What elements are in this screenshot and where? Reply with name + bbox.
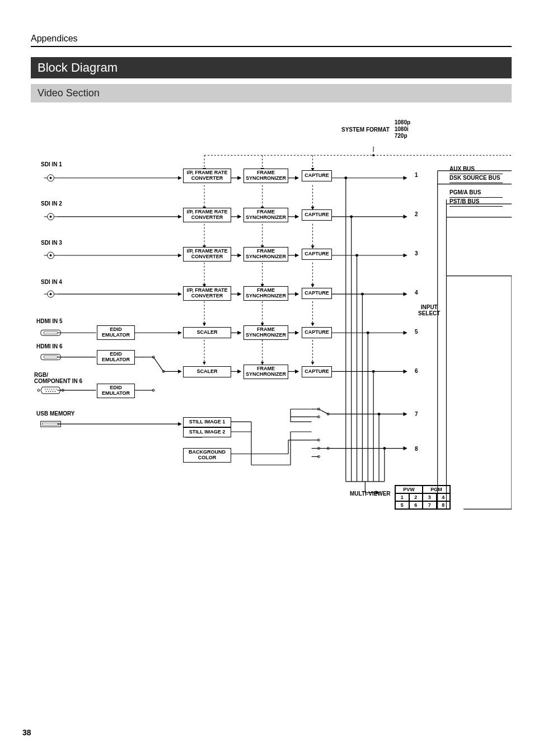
label-sdi-in-1: SDI IN 1	[41, 161, 62, 167]
block-text: COLOR	[198, 455, 217, 461]
svg-point-132	[50, 293, 52, 295]
block-text: EMULATOR	[102, 333, 130, 338]
svg-point-141	[45, 389, 46, 390]
label-hdmi-in-5: HDMI IN 5	[36, 318, 63, 324]
svg-point-142	[47, 389, 48, 390]
mv-cell: 2	[409, 493, 423, 501]
block-text: SCALER	[196, 330, 217, 335]
label-sdi-in-2: SDI IN 2	[41, 200, 62, 207]
block-scaler-6: SCALER	[183, 366, 231, 377]
section-title: Video Section	[31, 84, 512, 102]
label-sdi-in-4: SDI IN 4	[41, 279, 62, 285]
block-sync-3: FRAME SYNCHRONIZER	[243, 247, 288, 262]
label-rgb: RGB/	[34, 372, 48, 378]
block-text: SYNCHRONIZER	[246, 176, 286, 181]
label-dsk-bus: DSK SOURCE BUS	[449, 174, 503, 183]
output-num-1: 1	[415, 172, 418, 178]
block-text: CONVERTER	[191, 215, 223, 221]
block-text: SYNCHRONIZER	[246, 333, 286, 338]
block-sync-4: FRAME SYNCHRONIZER	[243, 286, 288, 301]
svg-point-149	[50, 391, 51, 392]
block-text: SCALER	[196, 369, 217, 375]
label-usb-memory: USB MEMORY	[36, 410, 75, 417]
block-still-1: STILL IMAGE 1	[183, 417, 231, 427]
block-text: EMULATOR	[102, 357, 130, 363]
block-text: CAPTURE	[305, 173, 329, 179]
svg-point-146	[56, 389, 57, 390]
breadcrumb: Appendices	[31, 34, 512, 44]
block-sync-1: FRAME SYNCHRONIZER	[243, 169, 288, 183]
label-hdmi-in-6: HDMI IN 6	[36, 343, 63, 349]
mv-cell: 1	[395, 493, 409, 501]
block-converter-3: I/P, FRAME RATE CONVERTER	[183, 247, 231, 262]
output-num-4: 4	[415, 290, 418, 296]
svg-point-150	[53, 391, 54, 392]
label-rgb2: COMPONENT IN 6	[34, 378, 82, 384]
block-capture-3: CAPTURE	[302, 249, 332, 260]
block-converter-1: I/P, FRAME RATE CONVERTER	[183, 169, 231, 183]
block-sync-6: FRAME SYNCHRONIZER	[243, 365, 288, 379]
block-still-2: STILL IMAGE 2	[183, 427, 231, 437]
block-capture-1: CAPTURE	[302, 170, 332, 181]
block-text: SYNCHRONIZER	[246, 293, 286, 299]
svg-rect-138	[44, 356, 58, 358]
block-edid-rgb: EDID EMULATOR	[97, 384, 135, 398]
label-pstb-bus: PST/B BUS	[449, 198, 503, 207]
block-text: STILL IMAGE 1	[189, 419, 225, 425]
block-text: SYNCHRONIZER	[246, 372, 286, 377]
block-text: SYNCHRONIZER	[246, 215, 286, 221]
svg-point-145	[54, 389, 55, 390]
block-edid-5: EDID EMULATOR	[97, 325, 135, 340]
bus-labels: AUX BUS DSK SOURCE BUS PGM/A BUS PST/B B…	[449, 165, 503, 207]
mv-pgm: PGM	[423, 486, 450, 493]
block-text: CAPTURE	[305, 251, 329, 257]
svg-rect-153	[43, 423, 59, 425]
block-text: CAPTURE	[305, 212, 329, 218]
output-num-5: 5	[415, 329, 418, 335]
block-background-color: BACKGROUND COLOR	[183, 448, 231, 463]
svg-point-151	[55, 391, 56, 392]
text: SELECT	[418, 310, 440, 316]
output-num-8: 8	[415, 446, 418, 452]
output-num-7: 7	[415, 411, 418, 417]
block-text: STILL IMAGE 2	[189, 430, 225, 435]
svg-point-144	[51, 389, 53, 390]
label-input-select: INPUT SELECT	[418, 304, 440, 316]
block-edid-6: EDID EMULATOR	[97, 350, 135, 365]
block-capture-6: CAPTURE	[302, 366, 332, 377]
svg-point-2	[372, 154, 374, 156]
output-num-2: 2	[415, 211, 418, 217]
block-converter-2: I/P, FRAME RATE CONVERTER	[183, 208, 231, 222]
block-text: SYNCHRONIZER	[246, 254, 286, 260]
block-sync-5: FRAME SYNCHRONIZER	[243, 325, 288, 340]
block-diagram: SYSTEM FORMAT 1080p 1080i 720p	[31, 119, 512, 567]
block-text: CONVERTER	[191, 293, 223, 299]
mv-cell: 6	[409, 501, 423, 509]
mv-cell: 8	[437, 501, 451, 509]
svg-line-69	[318, 409, 328, 414]
block-capture-4: CAPTURE	[302, 288, 332, 299]
svg-rect-136	[44, 332, 58, 334]
svg-point-143	[49, 389, 50, 390]
svg-point-139	[38, 389, 40, 391]
mv-cell: 5	[395, 501, 409, 509]
block-capture-5: CAPTURE	[302, 327, 332, 338]
block-text: CONVERTER	[191, 254, 223, 260]
svg-point-128	[50, 254, 52, 256]
svg-point-147	[46, 391, 47, 392]
svg-point-120	[50, 177, 52, 179]
divider	[31, 46, 512, 47]
mv-cell: 3	[423, 493, 437, 501]
block-text: CAPTURE	[305, 291, 329, 296]
block-text: EMULATOR	[102, 391, 130, 396]
mv-pvw: PVW	[395, 486, 423, 493]
mv-cell: 4	[437, 493, 451, 501]
svg-line-55	[153, 357, 163, 372]
output-num-3: 3	[415, 250, 418, 256]
block-capture-2: CAPTURE	[302, 209, 332, 221]
label-aux-bus: AUX BUS	[449, 165, 503, 174]
multi-viewer-grid: PVW PGM 1 2 3 4 5 6 7 8	[395, 485, 451, 510]
block-text: CAPTURE	[305, 369, 329, 375]
block-scaler-5: SCALER	[183, 327, 231, 338]
svg-point-148	[48, 391, 49, 392]
